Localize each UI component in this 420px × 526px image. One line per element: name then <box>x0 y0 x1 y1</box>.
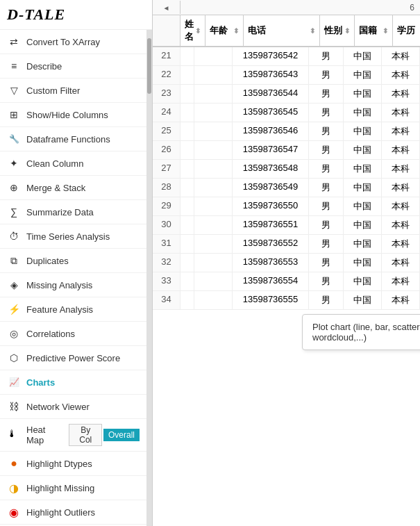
sidebar-item-predictive-power-score[interactable]: ⬡ Predictive Power Score <box>0 346 146 370</box>
nav-arrow-left[interactable]: ◄ <box>153 1 180 14</box>
th-nationality[interactable]: 国籍 ⬍ <box>355 15 393 46</box>
td-education: 本科 <box>382 235 420 253</box>
td-gender: 男 <box>309 66 344 84</box>
td-index: 30 <box>153 216 180 234</box>
th-age[interactable]: 年龄 ⬍ <box>205 15 244 46</box>
sidebar: D-TALE ⇄ Convert To XArray ≡ Describe ▽ … <box>0 0 153 526</box>
td-phone: 13598736548 <box>233 160 309 178</box>
td-age <box>194 254 233 272</box>
table-row[interactable]: 26 13598736547 男 中国 本科 <box>153 141 420 160</box>
table-row[interactable]: 30 13598736551 男 中国 本科 <box>153 216 420 235</box>
charts-icon: 📈 <box>7 375 21 389</box>
sidebar-item-highlight-dtypes[interactable]: ● Highlight Dtypes <box>0 452 146 476</box>
td-nationality: 中国 <box>344 254 382 272</box>
table-row[interactable]: 22 13598736543 男 中国 本科 <box>153 66 420 85</box>
columns-icon: ⊞ <box>7 108 21 122</box>
convert-icon: ⇄ <box>7 35 21 49</box>
sidebar-item-convert-to-xarray[interactable]: ⇄ Convert To XArray <box>0 30 146 54</box>
td-age <box>194 66 233 84</box>
sidebar-item-clean-column[interactable]: ✦ Clean Column <box>0 151 146 176</box>
td-nationality: 中国 <box>344 197 382 215</box>
heatmap-by-col-button[interactable]: By Col <box>69 424 102 446</box>
pps-icon: ⬡ <box>7 351 21 365</box>
sidebar-item-network-viewer[interactable]: ⛓ Network Viewer <box>0 395 146 419</box>
sidebar-item-duplicates[interactable]: ⧉ Duplicates <box>0 249 146 273</box>
table-row[interactable]: 29 13598736550 男 中国 本科 <box>153 197 420 216</box>
td-name <box>180 197 194 215</box>
td-phone: 13598736544 <box>233 85 309 103</box>
sidebar-item-label: Merge & Stack <box>26 183 140 193</box>
td-age <box>194 160 233 178</box>
table-row[interactable]: 31 13598736552 男 中国 本科 <box>153 235 420 254</box>
td-education: 本科 <box>382 179 420 197</box>
td-phone: 13598736545 <box>233 104 309 122</box>
table-row[interactable]: 28 13598736549 男 中国 本科 <box>153 179 420 197</box>
sidebar-item-highlight-outliers[interactable]: ◉ Highlight Outliers <box>0 500 146 525</box>
td-education: 本科 <box>382 47 420 65</box>
td-age <box>194 141 233 159</box>
table-row[interactable]: 24 13598736545 男 中国 本科 <box>153 104 420 122</box>
sidebar-scrollbar[interactable] <box>146 30 152 526</box>
sort-icon-age: ⬍ <box>233 27 239 35</box>
sidebar-item-merge-stack[interactable]: ⊕ Merge & Stack <box>0 176 146 200</box>
td-index: 28 <box>153 179 180 197</box>
sidebar-item-label: Highlight Dtypes <box>26 459 140 469</box>
sidebar-item-heat-map[interactable]: 🌡 Heat Map By Col Overall <box>0 419 146 452</box>
td-gender: 男 <box>309 216 344 234</box>
heatmap-overall-button[interactable]: Overall <box>103 429 140 441</box>
td-phone: 13598736550 <box>233 197 309 215</box>
sidebar-item-highlight-missing[interactable]: ◑ Highlight Missing <box>0 476 146 500</box>
th-name[interactable]: 姓名 ⬍ <box>180 15 205 46</box>
td-index: 25 <box>153 122 180 140</box>
table-row[interactable]: 32 13598736553 男 中国 本科 <box>153 254 420 272</box>
td-age <box>194 122 233 140</box>
td-index: 34 <box>153 291 180 309</box>
sidebar-item-label: Network Viewer <box>26 402 140 412</box>
highlight-dtypes-icon: ● <box>7 457 21 470</box>
td-name <box>180 66 194 84</box>
td-nationality: 中国 <box>344 104 382 122</box>
table-row[interactable]: 34 13598736555 男 中国 本科 <box>153 291 420 310</box>
td-index: 22 <box>153 66 180 84</box>
sidebar-item-dataframe-functions[interactable]: 🔧 Dataframe Functions <box>0 127 146 151</box>
table-row[interactable]: 21 13598736542 男 中国 本科 <box>153 47 420 66</box>
td-education: 本科 <box>382 160 420 178</box>
td-gender: 男 <box>309 122 344 140</box>
table-row[interactable]: 23 13598736544 男 中国 本科 <box>153 85 420 104</box>
td-name <box>180 47 194 65</box>
table-row[interactable]: 25 13598736546 男 中国 本科 <box>153 122 420 141</box>
sidebar-item-charts[interactable]: 📈 Charts <box>0 370 146 395</box>
sidebar-item-label: Predictive Power Score <box>26 353 140 363</box>
sidebar-item-label: Charts <box>26 377 140 388</box>
sidebar-item-label: Summarize Data <box>26 207 140 217</box>
td-age <box>194 216 233 234</box>
sidebar-item-label: Custom Filter <box>26 85 140 96</box>
sort-icon-name: ⬍ <box>195 27 201 35</box>
td-education: 本科 <box>382 272 420 290</box>
sidebar-item-label: Missing Analysis <box>26 280 140 290</box>
sidebar-item-feature-analysis[interactable]: ⚡ Feature Analysis <box>0 297 146 322</box>
sidebar-item-correlations[interactable]: ◎ Correlations <box>0 322 146 346</box>
table-row[interactable]: 27 13598736548 男 中国 本科 <box>153 160 420 179</box>
td-gender: 男 <box>309 291 344 309</box>
th-education[interactable]: 学历 ⬍ <box>393 15 420 46</box>
heatmap-icon: 🌡 <box>7 428 21 442</box>
sidebar-item-describe[interactable]: ≡ Describe <box>0 54 146 79</box>
sidebar-item-show-hide-columns[interactable]: ⊞ Show/Hide Columns <box>0 103 146 127</box>
table-row[interactable]: 33 13598736554 男 中国 本科 <box>153 272 420 291</box>
th-gender[interactable]: 性别 ⬍ <box>320 15 355 46</box>
highlight-missing-icon: ◑ <box>7 481 21 495</box>
sidebar-item-summarize-data[interactable]: ∑ Summarize Data <box>0 200 146 224</box>
sidebar-item-missing-analysis[interactable]: ◈ Missing Analysis <box>0 273 146 297</box>
th-phone[interactable]: 电话 ⬍ <box>244 15 320 46</box>
left-arrow-icon: ◄ <box>163 4 170 12</box>
td-education: 本科 <box>382 216 420 234</box>
td-name <box>180 160 194 178</box>
td-nationality: 中国 <box>344 216 382 234</box>
td-name <box>180 141 194 159</box>
sidebar-item-time-series-analysis[interactable]: ⏱ Time Series Analysis <box>0 224 146 249</box>
td-education: 本科 <box>382 104 420 122</box>
network-icon: ⛓ <box>7 400 21 413</box>
logo: D-TALE <box>7 6 65 24</box>
sidebar-item-custom-filter[interactable]: ▽ Custom Filter <box>0 79 146 103</box>
